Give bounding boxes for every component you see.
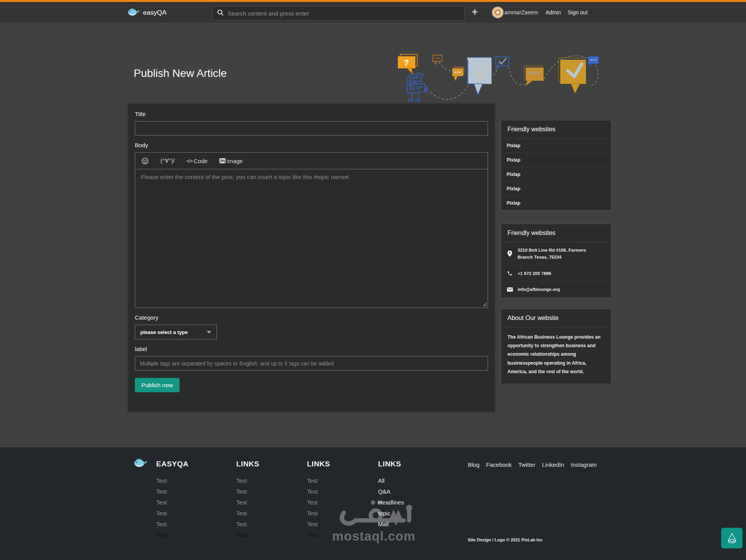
page-title: Publish New Article [134, 67, 227, 80]
code-button[interactable]: </> Code [186, 158, 207, 164]
phone-text: +1 972 200 7896 [518, 270, 551, 277]
about-card: About Our website The African Business L… [501, 309, 612, 384]
insert-image-button[interactable]: image [219, 158, 243, 164]
emoji-button[interactable] [141, 157, 149, 165]
search-input[interactable] [228, 10, 460, 17]
friendly-link[interactable]: Pixlap [501, 153, 611, 167]
publish-now-button[interactable]: Publish now [135, 378, 180, 392]
footer-column-links-2: LINKS Test Test Test Test Test Test [307, 460, 330, 540]
footer-heading: EASYQA [156, 460, 188, 468]
phone-icon [507, 271, 513, 276]
navbar: easyQA + ammarZaeem Admin Sign out [0, 0, 746, 23]
footer-link[interactable]: Test [236, 475, 260, 486]
admin-link[interactable]: Admin [546, 9, 561, 16]
footer-heading: LINKS [307, 460, 330, 468]
address-row: 3210 Belt Line Rd #106, Farmers Branch T… [501, 242, 611, 266]
social-link-linkedin[interactable]: LinkedIn [542, 461, 564, 468]
user-avatar[interactable] [492, 7, 504, 18]
footer-link[interactable]: Test [156, 497, 188, 508]
footer-link-headlines[interactable]: Headlines [378, 497, 404, 508]
footer-link[interactable]: Test [156, 529, 188, 540]
footer: EASYQA Test Test Test Test Test Test LIN… [0, 447, 746, 560]
back-to-top-button[interactable]: TOP [721, 528, 743, 548]
category-selected-value: please select a type [140, 329, 188, 335]
footer-link-all[interactable]: All [378, 475, 404, 486]
tags-label: label [135, 346, 488, 352]
editor-toolbar: (°∀°)/ </> Code image [135, 153, 488, 169]
signout-link[interactable]: Sign out [568, 9, 587, 16]
dots-bubble-small-outline [433, 55, 442, 64]
friendly-link[interactable]: Pixlap [501, 196, 611, 210]
footer-link[interactable]: Test [156, 486, 188, 497]
svg-text:?: ? [404, 58, 409, 68]
question-bubble: ? [398, 54, 417, 74]
footer-link[interactable]: Test [236, 486, 260, 497]
image-icon [219, 158, 226, 163]
kaomoji-button[interactable]: (°∀°)/ [160, 157, 174, 164]
footer-heading: LINKS [378, 460, 404, 468]
footer-link[interactable]: Test [156, 475, 188, 486]
email-text: info@afblounge.org [518, 286, 560, 293]
friendly-link[interactable]: Pixlap [501, 167, 611, 182]
footer-link[interactable]: Test [236, 508, 260, 518]
check-bubble-steel [467, 57, 492, 95]
footer-link-topic[interactable]: topic [378, 508, 404, 518]
footer-link-qa[interactable]: Q&A [378, 486, 404, 497]
whale-logo-icon [127, 7, 140, 19]
contact-card: Friendly websites 3210 Belt Line Rd #106… [501, 224, 612, 298]
friendly-link[interactable]: Pixlap [501, 139, 611, 153]
footer-link[interactable]: Test [307, 475, 330, 486]
footer-heading: LINKS [236, 460, 260, 468]
about-card-text: The African Business Lounge provides an … [501, 327, 611, 384]
copyright-text: Site Design / Logo © 2021 PixLab Inc [468, 537, 543, 542]
footer-link[interactable]: Test [236, 518, 260, 529]
footer-link-mall[interactable]: Mall [378, 518, 404, 529]
social-link-instagram[interactable]: Instagram [571, 461, 597, 468]
footer-link[interactable]: Test [307, 486, 330, 497]
footer-link[interactable]: Test [236, 497, 260, 508]
body-textarea[interactable] [135, 169, 488, 308]
email-row: info@afblounge.org [501, 282, 611, 297]
body-label: Body [135, 142, 488, 148]
brand-logo[interactable]: easyQA [127, 7, 166, 19]
footer-link[interactable]: Test [236, 529, 260, 540]
category-select[interactable]: please select a type [135, 325, 217, 339]
tags-input[interactable] [135, 356, 488, 370]
code-icon: </> [186, 158, 192, 164]
friendly-link[interactable]: Pixlap [501, 182, 611, 196]
social-link-facebook[interactable]: Facebook [486, 461, 512, 468]
dots-bubble-blue-small [588, 57, 598, 66]
username-link[interactable]: ammarZaeem [504, 9, 538, 16]
location-pin-icon [507, 250, 513, 257]
friendly-websites-card: Friendly websites Pixlap Pixlap Pixlap P… [501, 120, 612, 210]
address-text: 3210 Belt Line Rd #106, Farmers Branch T… [518, 247, 601, 261]
footer-link[interactable]: Test [156, 518, 188, 529]
check-bubble-orange-big [559, 58, 586, 93]
check-bubble-small-outline [496, 57, 509, 69]
footer-link[interactable]: Test [307, 518, 330, 529]
friendly-websites-title: Friendly websites [501, 120, 611, 139]
social-links: Blog Facebook Twitter LinkedIn Instagram [468, 461, 597, 468]
footer-column-brand: EASYQA Test Test Test Test Test Test [156, 460, 188, 540]
phone-row: +1 972 200 7896 [501, 266, 611, 282]
footer-link[interactable]: Test [307, 508, 330, 518]
dots-bubble-small-filled [452, 67, 464, 81]
title-input[interactable] [135, 121, 488, 136]
footer-column-links-3: LINKS All Q&A Headlines topic Mall [378, 460, 404, 529]
social-link-twitter[interactable]: Twitter [518, 461, 535, 468]
body-editor: (°∀°)/ </> Code image [135, 152, 488, 308]
chevron-down-icon [207, 331, 211, 334]
search-bar[interactable] [212, 6, 465, 21]
publish-article-form: Title Body (°∀°)/ </> Code [128, 104, 495, 412]
footer-link[interactable]: Test [307, 529, 330, 540]
footer-link[interactable]: Test [307, 497, 330, 508]
social-link-blog[interactable]: Blog [468, 461, 479, 468]
about-card-title: About Our website [501, 309, 611, 327]
footer-link[interactable]: Test [156, 508, 188, 518]
smiley-icon [141, 157, 149, 165]
robot [406, 73, 428, 101]
footer-column-links-1: LINKS Test Test Test Test Test Test [236, 460, 260, 540]
category-label: Category [135, 314, 488, 321]
footer-whale-logo-icon [134, 457, 148, 470]
add-content-button[interactable]: + [472, 5, 478, 19]
